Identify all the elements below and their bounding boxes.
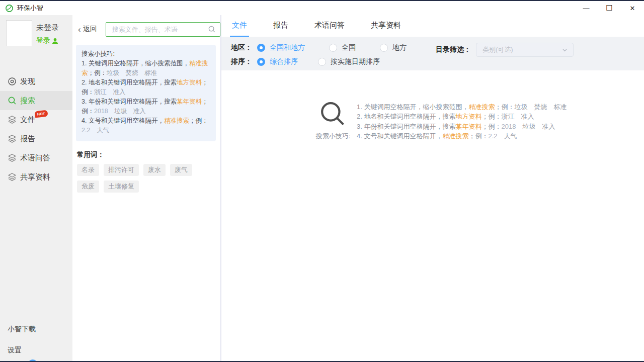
- login-link[interactable]: 登录: [36, 36, 50, 45]
- hot-badge: HOT: [35, 110, 48, 118]
- tip-line: 3. 年份和关键词用空格隔开，搜索某年资料；例：2018 垃圾 准入: [357, 122, 567, 131]
- avatar[interactable]: [6, 20, 32, 46]
- tab-terms-qa[interactable]: 术语问答: [312, 15, 347, 37]
- layers-icon: [8, 115, 17, 124]
- tip-line: 4. 文号和关键词用空格隔开，精准搜索；例：2.2 大气: [357, 131, 567, 141]
- close-icon[interactable]: ✕: [621, 1, 644, 15]
- sidebar-menu: 发现 搜索 文件HOT: [0, 72, 72, 187]
- person-icon: [52, 38, 58, 44]
- tip-line: 4. 文号和关键词用空格隔开，精准搜索；例：2.2 大气: [82, 116, 210, 135]
- search-icon: [320, 101, 346, 127]
- empty-tips-caption: 搜索小技巧:: [316, 132, 351, 141]
- tabbar: 文件 报告 术语问答 共享资料: [221, 15, 644, 37]
- filter-panel: 地区： 全国和地方 全国 地方 排序：: [221, 37, 644, 70]
- customer-service-icon[interactable]: [28, 359, 38, 362]
- layers-icon: [8, 134, 17, 143]
- common-words-label: 常用词：: [77, 150, 216, 159]
- common-word-tag[interactable]: 土壤修复: [104, 180, 139, 193]
- sidebar-item-files[interactable]: 文件HOT: [0, 110, 72, 129]
- radio-region-all-and-local[interactable]: 全国和地方: [257, 43, 305, 52]
- tips-title: 搜索小技巧:: [82, 49, 210, 59]
- catalog-label: 目录筛选：: [436, 45, 471, 54]
- search-panel: ‹ 返回 搜索小技巧: 1. 关键词用空格隔开，缩小搜索范围，精准搜索；例：垃圾…: [72, 15, 221, 362]
- common-words-section: 常用词： 名录 排污许可 废水 废气 危废 土壤修复: [77, 150, 216, 197]
- titlebar: 环保小智 — ☐ ✕: [0, 1, 644, 15]
- region-label: 地区：: [231, 43, 252, 52]
- login-status: 未登录: [36, 23, 59, 33]
- radio-unchecked-icon: [329, 44, 337, 52]
- radio-unchecked-icon: [380, 44, 388, 52]
- radio-region-national[interactable]: 全国: [329, 43, 356, 52]
- sidebar-item-shared-materials[interactable]: 共享资料: [0, 167, 72, 187]
- main-content: 文件 报告 术语问答 共享资料 地区： 全国和地方 全国: [221, 15, 644, 362]
- back-button[interactable]: ‹ 返回: [78, 25, 97, 34]
- common-word-tag[interactable]: 名录: [77, 164, 99, 176]
- empty-state-tips: 搜索小技巧: 1. 关键词用空格隔开，缩小搜索范围，精准搜索；例：垃圾 焚烧 标…: [313, 101, 567, 141]
- search-tips-box: 搜索小技巧: 1. 关键词用空格隔开，缩小搜索范围，精准搜索；例：垃圾 焚烧 标…: [76, 45, 216, 141]
- common-word-tag[interactable]: 废水: [143, 164, 166, 176]
- sidebar: 未登录 登录 发现: [0, 15, 72, 362]
- common-word-tag[interactable]: 排污许可: [104, 164, 139, 176]
- discover-icon: [8, 77, 17, 86]
- search-input[interactable]: [106, 23, 204, 36]
- results-area: 搜索小技巧: 1. 关键词用空格隔开，缩小搜索范围，精准搜索；例：垃圾 焚烧 标…: [221, 70, 644, 362]
- dropdown-placeholder: 类别(可选): [482, 45, 561, 54]
- radio-checked-icon: [257, 44, 265, 52]
- sidebar-bottom: 小智下载 设置: [8, 313, 36, 355]
- sidebar-item-settings[interactable]: 设置: [8, 346, 36, 355]
- app-logo-icon: [5, 4, 14, 13]
- search-icon: [8, 96, 17, 105]
- window-controls: — ☐ ✕: [575, 1, 644, 15]
- app-window: 环保小智 — ☐ ✕ 未登录 登录: [0, 0, 644, 362]
- tip-line: 2. 地名和关键词用空格隔开，搜索地方资料；例：浙江 准入: [357, 112, 567, 121]
- common-word-tag[interactable]: 废气: [170, 164, 192, 176]
- radio-sort-by-date[interactable]: 按实施日期排序: [318, 57, 380, 66]
- sidebar-item-terms-qa[interactable]: 术语问答: [0, 148, 72, 167]
- layers-icon: [8, 172, 17, 182]
- radio-region-local[interactable]: 地方: [380, 43, 407, 52]
- layers-icon: [8, 153, 17, 162]
- radio-sort-comprehensive[interactable]: 综合排序: [257, 57, 298, 66]
- radio-unchecked-icon: [318, 58, 326, 66]
- tab-shared-materials[interactable]: 共享资料: [369, 15, 403, 37]
- tip-line: 1. 关键词用空格隔开，缩小搜索范围，精准搜索；例：垃圾 焚烧 标准: [82, 59, 210, 78]
- chevron-left-icon: ‹: [78, 25, 81, 34]
- common-word-tag[interactable]: 危废: [77, 180, 99, 193]
- minimize-icon[interactable]: —: [575, 1, 598, 15]
- sidebar-item-search[interactable]: 搜索: [0, 91, 72, 110]
- tip-line: 2. 地名和关键词用空格隔开，搜索地方资料；例：浙江 准入: [82, 78, 210, 97]
- search-submit-button[interactable]: [204, 23, 220, 36]
- tip-line: 1. 关键词用空格隔开，缩小搜索范围，精准搜索；例：垃圾 焚烧 标准: [357, 102, 567, 112]
- chevron-down-icon: [561, 47, 568, 53]
- maximize-icon[interactable]: ☐: [598, 1, 621, 15]
- tip-line: 3. 年份和关键词用空格隔开，搜索某年资料；例：2018 垃圾 准入: [82, 97, 210, 116]
- profile-block: 未登录 登录: [0, 15, 72, 46]
- sort-filter-row: 排序： 综合排序 按实施日期排序: [231, 55, 644, 68]
- sort-label: 排序：: [231, 57, 252, 66]
- sidebar-item-discover[interactable]: 发现: [0, 72, 72, 91]
- app-title: 环保小智: [17, 4, 43, 13]
- catalog-filter-group: 目录筛选： 类别(可选): [436, 43, 574, 57]
- sidebar-item-reports[interactable]: 报告: [0, 129, 72, 148]
- tab-reports[interactable]: 报告: [271, 15, 290, 37]
- category-dropdown[interactable]: 类别(可选): [476, 43, 574, 57]
- search-icon: [208, 25, 216, 33]
- tab-files[interactable]: 文件: [230, 15, 249, 37]
- search-input-group: [106, 22, 220, 37]
- radio-checked-icon: [257, 58, 265, 66]
- sidebar-item-download[interactable]: 小智下载: [8, 325, 36, 334]
